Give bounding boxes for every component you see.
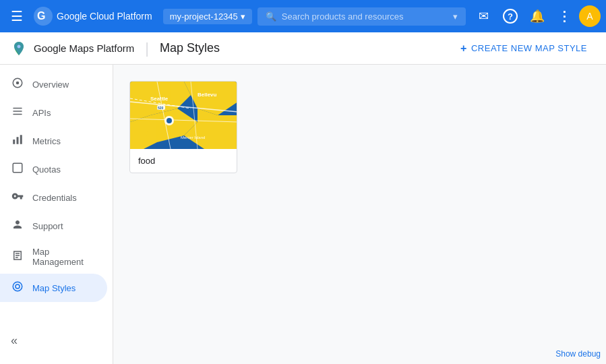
project-name: my-project-12345 xyxy=(170,11,238,22)
app-logo: G Google Cloud Platform xyxy=(34,7,152,26)
svg-rect-6 xyxy=(13,114,22,115)
project-selector[interactable]: my-project-12345 ▾ xyxy=(163,9,252,24)
sidebar-item-overview[interactable]: Overview xyxy=(0,70,107,98)
svg-text:520: 520 xyxy=(158,106,164,110)
brand-name: Google Maps Platform xyxy=(34,42,134,54)
metrics-icon xyxy=(11,133,24,148)
sidebar-label-apis: APIs xyxy=(32,108,51,118)
sidebar-item-map-management[interactable]: Map Management xyxy=(0,240,107,274)
svg-text:Seattle: Seattle xyxy=(150,96,169,102)
svg-rect-9 xyxy=(20,135,22,144)
svg-text:G: G xyxy=(37,10,45,22)
show-debug-link[interactable]: Show debug xyxy=(555,349,601,359)
sidebar-item-map-styles[interactable]: Map Styles xyxy=(0,274,107,302)
svg-rect-8 xyxy=(17,137,19,144)
apis-icon xyxy=(11,105,24,120)
sidebar-label-overview: Overview xyxy=(32,80,69,90)
email-icon-button[interactable]: ✉ xyxy=(471,4,495,28)
avatar-letter: A xyxy=(586,11,593,22)
avatar[interactable]: A xyxy=(579,5,601,27)
brand-logo-area: Google Maps Platform xyxy=(11,40,134,57)
sidebar-item-support[interactable]: Support xyxy=(0,212,107,240)
main-layout: Overview APIs Metrics Quotas Credentials xyxy=(0,65,606,364)
sidebar-item-credentials[interactable]: Credentials xyxy=(0,183,107,212)
google-maps-logo-icon xyxy=(11,40,27,57)
create-new-map-style-button[interactable]: + CREATE NEW MAP STYLE xyxy=(452,38,595,59)
search-icon: 🔍 xyxy=(266,11,276,22)
map-style-label: food xyxy=(130,149,237,173)
help-icon-button[interactable]: ? xyxy=(498,4,522,28)
map-styles-icon xyxy=(11,280,24,295)
map-thumbnail: Seattle Bellevu 520 Mercer Island xyxy=(130,82,237,149)
email-icon: ✉ xyxy=(479,9,489,24)
map-style-card-food[interactable]: Seattle Bellevu 520 Mercer Island food xyxy=(129,81,237,173)
sidebar-label-metrics: Metrics xyxy=(32,136,61,146)
sidebar-label-quotas: Quotas xyxy=(32,164,61,175)
search-input[interactable] xyxy=(282,11,448,22)
more-icon: ⋮ xyxy=(557,8,571,24)
create-btn-label: CREATE NEW MAP STYLE xyxy=(471,43,587,53)
more-options-button[interactable]: ⋮ xyxy=(552,4,576,28)
map-management-icon xyxy=(11,249,24,264)
google-cloud-logo-icon: G xyxy=(34,7,53,26)
svg-point-12 xyxy=(16,284,20,289)
main-content: Seattle Bellevu 520 Mercer Island food xyxy=(113,65,606,364)
svg-text:Bellevu: Bellevu xyxy=(198,92,217,98)
page-title: Map Styles xyxy=(160,41,220,55)
sidebar-label-support: Support xyxy=(32,221,63,231)
sidebar-label-map-styles: Map Styles xyxy=(32,283,75,293)
sidebar: Overview APIs Metrics Quotas Credentials xyxy=(0,65,113,364)
top-navigation-bar: ☰ G Google Cloud Platform my-project-123… xyxy=(0,0,606,32)
map-svg: Seattle Bellevu 520 Mercer Island xyxy=(130,82,237,149)
sidebar-item-quotas[interactable]: Quotas xyxy=(0,155,107,183)
svg-point-27 xyxy=(166,118,172,123)
search-expand-icon: ▾ xyxy=(453,11,458,22)
svg-rect-10 xyxy=(13,163,22,173)
sidebar-item-apis[interactable]: APIs xyxy=(0,98,107,127)
svg-text:Mercer Island: Mercer Island xyxy=(181,135,205,140)
sidebar-item-metrics[interactable]: Metrics xyxy=(0,127,107,155)
app-title-text: Google Cloud Platform xyxy=(57,11,152,22)
sidebar-collapse-button[interactable]: « xyxy=(0,328,28,353)
top-bar-actions: ✉ ? 🔔 ⋮ A xyxy=(471,4,601,28)
chevron-down-icon: ▾ xyxy=(241,11,245,22)
notifications-icon-button[interactable]: 🔔 xyxy=(525,4,549,28)
search-bar: 🔍 ▾ xyxy=(257,7,466,26)
help-icon: ? xyxy=(503,9,518,24)
header-divider: | xyxy=(145,40,149,57)
support-icon xyxy=(11,218,24,233)
collapse-icon: « xyxy=(11,334,18,347)
svg-point-3 xyxy=(16,82,20,85)
svg-rect-4 xyxy=(13,108,22,109)
create-btn-icon: + xyxy=(460,42,467,55)
quotas-icon xyxy=(11,162,24,177)
menu-icon[interactable]: ☰ xyxy=(5,3,28,30)
bell-icon: 🔔 xyxy=(530,9,545,24)
svg-point-11 xyxy=(13,282,22,291)
overview-icon xyxy=(11,77,24,92)
credentials-icon xyxy=(11,190,24,205)
svg-rect-7 xyxy=(13,140,15,144)
sidebar-label-map-management: Map Management xyxy=(32,247,96,267)
sub-header: Google Maps Platform | Map Styles + CREA… xyxy=(0,32,606,65)
show-debug-text: Show debug xyxy=(555,349,601,359)
sidebar-label-credentials: Credentials xyxy=(32,193,77,203)
svg-rect-5 xyxy=(13,111,22,112)
